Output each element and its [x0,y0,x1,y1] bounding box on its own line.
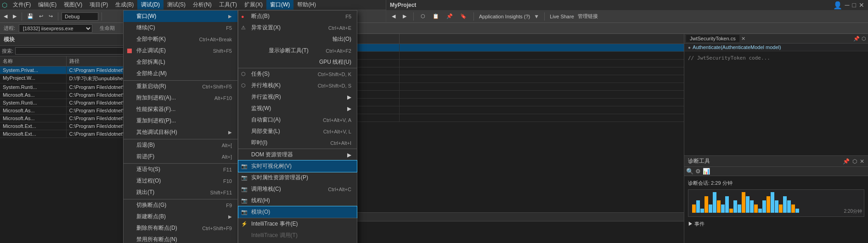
appinsights-label[interactable]: Application Insights (?) [479,14,530,19]
debug-menu-forward[interactable]: 前进(F) Alt+] [124,151,237,162]
debug-menu-new-bp[interactable]: 新建断点(B) ▶ [124,211,237,222]
module-row-4[interactable]: System.Runti... C:\Program Files\dotnet\… [0,99,133,107]
win-gpu[interactable]: GPU 线程(U) [238,56,357,68]
toolbar-icon-2[interactable]: ▶ [401,12,408,20]
debug-menu-terminate[interactable]: 全部终止(M) [124,68,237,79]
module-row-1[interactable]: MyProject.W... D:\学习\未完\unpublished_le..… [0,74,133,83]
debug-menu-step-into[interactable]: 逐语句(S) F11 [124,163,237,175]
events-label[interactable]: ▶ 事件 [688,221,864,227]
delete-bp-shortcut: Ctrl+Shift+F9 [202,226,232,231]
debug-menu-delete-bp[interactable]: 删除所有断点(D) Ctrl+Shift+F9 [124,222,237,234]
win-parallel-stacks[interactable]: ⬡ 并行堆栈(K) Ctrl+Shift+D, S [238,80,357,91]
menu-test[interactable]: 测试(S) [163,0,189,10]
win-tasks[interactable]: ⬡ 任务(S) Ctrl+Shift+D, K [238,68,357,80]
live-share-label[interactable]: Live Share [550,14,574,19]
win-output[interactable]: 输出(O) [238,33,357,45]
win-exception[interactable]: ⚠ 异常设置(X) Ctrl+Alt+E [238,22,357,33]
menu-debug[interactable]: 调试(D) [137,0,163,10]
debug-menu-stop[interactable]: 停止调试(E) Shift+F5 [124,45,237,56]
win-watch[interactable]: 监视(W) ▶ [238,103,357,114]
menu-build[interactable]: 生成(B) [112,0,137,10]
menu-view[interactable]: 视图(V) [60,0,86,10]
restore-btn[interactable]: □ [852,1,856,9]
module-row-3[interactable]: Microsoft.As... C:\Program Files\dotnet\… [0,91,133,99]
diag-close-icon[interactable]: ✕ [860,158,864,165]
win-breakpoints[interactable]: ● 断点(B) F5 [238,11,357,22]
win-callstack[interactable]: 📷 调用堆栈(C) Ctrl+Alt+C [238,183,357,195]
win-threads[interactable]: 📷 线程(H) [238,195,357,206]
modules-search-input[interactable] [15,47,126,55]
debug-menu-restart[interactable]: 重新启动(R) Ctrl+Shift+F5 [124,80,237,92]
jwt-tab[interactable]: JwtSecurityToken.cs [686,35,739,42]
toolbar-icon-5[interactable]: 📌 [445,12,455,20]
chart-bar-22 [783,196,787,213]
debug-menu-detach[interactable]: 全部拆离(L) [124,56,237,68]
chart-bar-0 [692,204,696,213]
win-auto[interactable]: 自动窗口(A) Ctrl+Alt+V, A [238,114,357,126]
menu-extensions[interactable]: 扩展(X) [241,0,266,10]
project-bar: MyProject 👤 ─ □ ✕ [386,0,868,10]
module-row-6[interactable]: Microsoft.As... C:\Program Files\dotnet\… [0,115,133,122]
debug-menu-other-targets[interactable]: 其他调试目标(H) ▶ [124,127,237,138]
debug-menu-attach[interactable]: 附加到进程(A)... Alt+F10 [124,92,237,104]
debug-menu-back[interactable]: 后退(B) Alt+[ [124,139,237,151]
debug-menu-toggle-bp[interactable]: 切换断点(G) F9 [124,199,237,211]
debug-menu-step-over[interactable]: 逐过程(O) F10 [124,175,237,187]
menu-help[interactable]: 帮助(H) [293,0,320,10]
close-btn[interactable]: ✕ [859,1,864,9]
save-btn[interactable]: 💾 [25,12,35,20]
toolbar-icon-4[interactable]: 📋 [431,12,441,20]
win-modules[interactable]: 📷 模块(O) [238,206,357,218]
module-row-8[interactable]: Microsoft.Ext... C:\Program Files\dotnet… [0,130,133,138]
chart-bar-20 [775,200,778,213]
menu-analyze[interactable]: 分析(N) [189,0,215,10]
win-intellitrace-events[interactable]: ⚡ IntelliTrace 事件(E) [238,218,357,230]
win-realtime-props[interactable]: 📷 实时属性资源管理器(P) [238,172,357,183]
module-row-2[interactable]: System.Runti... C:\Program Files\dotnet\… [0,83,133,91]
win-parallel-watch[interactable]: 并行监视(R) ▶ [238,91,357,103]
debug-menu-perf[interactable]: 性能探索器(F)... [124,104,237,115]
diag-pin-icon[interactable]: 📌 [843,158,850,165]
menu-window[interactable]: 窗口(W) [266,0,293,10]
diag-settings-icon[interactable]: ⚙ [695,168,701,175]
toolbar-icon-1[interactable]: ◀ [390,12,397,20]
module-row-5[interactable]: Microsoft.As... C:\Program Files\dotnet\… [0,107,133,115]
toolbar-icon-6[interactable]: 🔖 [458,12,468,20]
menu-edit[interactable]: 编辑(E) [34,0,60,10]
module-row-7[interactable]: Microsoft.Ext... C:\Program Files\dotnet… [0,122,133,130]
menu-project[interactable]: 项目(P) [86,0,112,10]
pin-icon[interactable]: 📌 [853,36,860,42]
debug-menu-window[interactable]: 窗口(W) ▶ [124,11,237,22]
win-diag-tools[interactable]: 显示诊断工具(T) Ctrl+Alt+F2 [238,45,357,56]
debug-mode-input[interactable] [62,12,98,21]
minimize-btn[interactable]: ─ [845,1,850,9]
debug-menu-step-out[interactable]: 跳出(T) Shift+F11 [124,187,237,198]
close-jwt-icon[interactable]: ✕ [741,36,745,42]
manage-label[interactable]: 管理链接 [578,13,598,20]
chart-bar-16 [758,209,762,213]
menu-file[interactable]: 文件(F) [9,0,34,10]
diag-chart-icon[interactable]: 📊 [703,168,710,175]
diag-search-icon[interactable]: 🔍 [686,168,693,175]
appinsights-dropdown-icon[interactable]: ▼ [534,13,539,20]
float-icon[interactable]: ⬡ [862,36,866,42]
process-select[interactable]: [18332] iisexpress.exe [19,24,92,33]
debug-menu-reattach[interactable]: 重加到进程(P)... [124,115,237,127]
win-dom[interactable]: DOM 资源管理器 ▶ [238,149,357,160]
debug-menu-continue[interactable]: 继续(C) F5 [124,22,237,33]
avatar-icon[interactable]: 👤 [833,1,842,10]
win-locals[interactable]: 局部变量(L) Ctrl+Alt+V, L [238,126,357,137]
toolbar-icon-3[interactable]: ⬡ [419,12,427,20]
forward-btn[interactable]: ▶ [11,12,18,20]
menu-tools[interactable]: 工具(T) [215,0,241,10]
debug-menu-break-all[interactable]: 全部中断(K) Ctrl+Alt+Break [124,33,237,45]
redo-btn[interactable]: ↪ [47,12,55,20]
win-process[interactable]: 进程(P) Ctrl+Alt+Z [238,241,357,243]
win-realtime-viz[interactable]: 📷 实时可视化树(V) [238,160,357,172]
back-btn[interactable]: ◀ [2,12,9,20]
diag-float-icon[interactable]: ⬡ [852,158,857,165]
undo-btn[interactable]: ↩ [37,12,45,20]
win-immediate[interactable]: 即时(I) Ctrl+Alt+I [238,137,357,149]
module-row-0[interactable]: System.Privat... C:\Program Files\dotnet… [0,66,133,74]
debug-menu-disable-bp[interactable]: 禁用所有断点(N) [124,234,237,243]
